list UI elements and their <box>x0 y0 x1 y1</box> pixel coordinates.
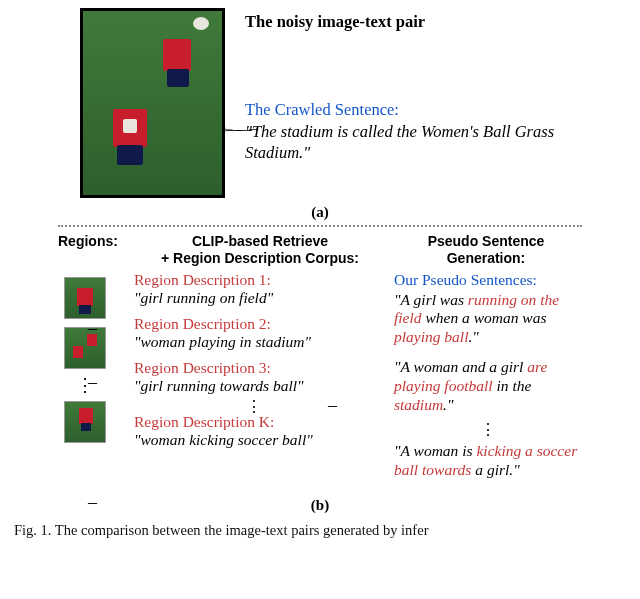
ps-text: "A woman and a girl <box>394 358 527 375</box>
pseudo-sentence: "A woman and a girl are playing football… <box>394 358 582 414</box>
part-b: Regions: CLIP-based Retrieve + Region De… <box>30 233 610 514</box>
vertical-ellipsis-icon: ⋮ <box>394 426 582 434</box>
rd-text: "girl running towards ball" <box>134 377 374 395</box>
ps-highlight: stadium <box>394 396 443 413</box>
region-description: Region Description 1: "girl running on f… <box>134 271 374 307</box>
ps-text: a girl." <box>471 461 519 478</box>
part-a-label: (a) <box>30 204 610 221</box>
region-descriptions-column: Region Description 1: "girl running on f… <box>130 271 374 492</box>
header-right-line1: Pseudo Sentence <box>428 233 545 249</box>
main-image <box>80 8 225 198</box>
region-thumb <box>64 277 106 319</box>
rd-label: Region Description K: <box>134 413 374 431</box>
dash-connector: – <box>88 318 97 339</box>
ps-highlight: playing ball <box>394 328 468 345</box>
crawled-sentence-text: "The stadium is called the Women's Ball … <box>245 122 610 163</box>
pseudo-sentences-label: Our Pseudo Sentences: <box>394 271 582 289</box>
part-a-text: The noisy image-text pair The Crawled Se… <box>245 8 610 198</box>
double-arrow-icon <box>220 120 256 138</box>
rd-label: Region Description 3: <box>134 359 374 377</box>
region-description: Region Description 3: "girl running towa… <box>134 359 374 395</box>
ps-text: "A girl was <box>394 291 468 308</box>
rd-label: Region Description 1: <box>134 271 374 289</box>
ps-text: ." <box>443 396 453 413</box>
noisy-pair-title: The noisy image-text pair <box>245 12 610 32</box>
pseudo-sentences-column: Our Pseudo Sentences: "A girl was runnin… <box>374 271 582 492</box>
player-jumping-jersey <box>163 39 191 71</box>
header-clip-retrieve: CLIP-based Retrieve + Region Description… <box>130 233 390 267</box>
dash-connector: – <box>328 395 337 416</box>
rd-text: "woman kicking soccer ball" <box>134 431 374 449</box>
region-thumb <box>64 401 106 443</box>
caption-text: The comparison between the image-text pa… <box>55 522 429 538</box>
header-right-line2: Generation: <box>447 250 526 266</box>
header-pseudo-generation: Pseudo Sentence Generation: <box>390 233 582 267</box>
crawled-sentence-label: The Crawled Sentence: <box>245 100 610 120</box>
figure-container: The noisy image-text pair The Crawled Se… <box>0 0 640 514</box>
pseudo-sentence: "A woman is kicking a soccer ball toward… <box>394 442 582 479</box>
rd-label: Region Description 2: <box>134 315 374 333</box>
part-a: The noisy image-text pair The Crawled Se… <box>30 8 610 198</box>
ps-text: "A woman is <box>394 442 476 459</box>
ps-text: in the <box>493 377 532 394</box>
region-description: Region Description K: "woman kicking soc… <box>134 413 374 449</box>
part-b-header: Regions: CLIP-based Retrieve + Region De… <box>58 233 582 267</box>
figure-caption: Fig. 1. The comparison between the image… <box>0 518 640 539</box>
header-regions: Regions: <box>58 233 130 267</box>
region-thumb <box>64 327 106 369</box>
ps-text: when a woman was <box>422 309 547 326</box>
part-b-label: (b) <box>58 497 582 514</box>
player-jumping-shorts <box>167 69 189 87</box>
ball-shape <box>193 17 209 30</box>
rd-text: "woman playing in stadium" <box>134 333 374 351</box>
dotted-separator <box>58 225 582 227</box>
header-mid-line2: + Region Description Corpus: <box>161 250 359 266</box>
part-b-body: ⋮ – – – – Region Description 1: "girl ru… <box>58 271 582 492</box>
vertical-ellipsis-icon: ⋮ <box>134 403 374 411</box>
player-front-shorts <box>117 145 143 165</box>
dash-connector: – <box>88 372 97 393</box>
jersey-number <box>123 119 137 133</box>
ps-text: ." <box>468 328 478 345</box>
pseudo-sentence: "A girl was running on the field when a … <box>394 291 582 347</box>
header-mid-line1: CLIP-based Retrieve <box>192 233 328 249</box>
rd-text: "girl running on field" <box>134 289 374 307</box>
caption-prefix: Fig. 1. <box>14 522 51 538</box>
dash-connector: – <box>88 492 97 513</box>
region-description: Region Description 2: "woman playing in … <box>134 315 374 351</box>
